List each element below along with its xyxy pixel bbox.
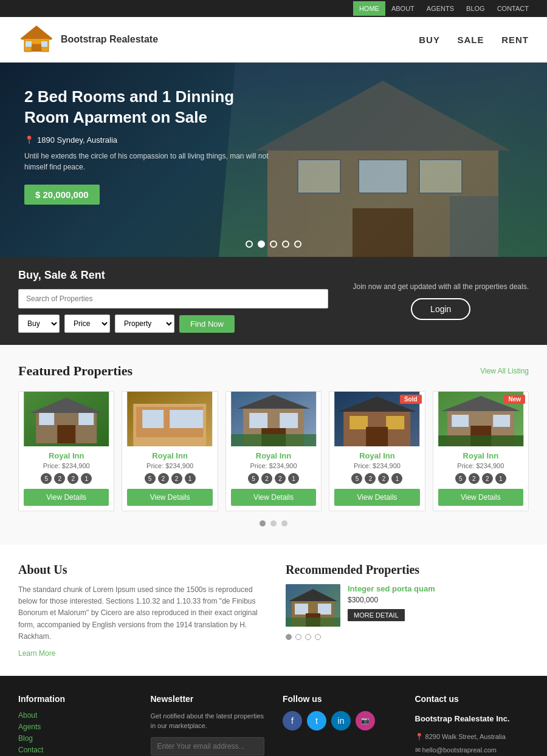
- find-now-button[interactable]: Find Now: [179, 315, 235, 333]
- logo-text: Bootstrap Realestate: [61, 34, 158, 45]
- footer-link-agents[interactable]: Agents: [18, 723, 132, 731]
- rec-dot-2[interactable]: [295, 634, 301, 640]
- property-info-3: Royal Inn Price: $234,900 5 2 2 1 View D…: [226, 446, 321, 511]
- svg-rect-49: [295, 604, 308, 615]
- view-details-btn-3[interactable]: View Details: [231, 489, 316, 506]
- search-left: Buy, Sale & Rent BuySellRent Price$100k$…: [18, 269, 328, 333]
- linkedin-icon[interactable]: in: [331, 711, 351, 730]
- top-nav: HOME ABOUT AGENTS BLOG CONTACT: [0, 0, 547, 17]
- footer-newsletter-title: Newsletter: [151, 694, 265, 704]
- learn-more-link[interactable]: Learn More: [18, 649, 55, 658]
- svg-rect-12: [450, 196, 498, 257]
- property-name-4: Royal Inn: [334, 451, 419, 460]
- footer-link-blog[interactable]: Blog: [18, 734, 132, 743]
- property-stats-1: 5 2 2 1: [24, 473, 109, 484]
- property-card-5: New Royal Inn Price: $234,900 5 2 2 1 Vi…: [433, 391, 529, 511]
- stat-3-3: 2: [275, 473, 286, 484]
- about-title: About Us: [18, 563, 261, 577]
- hero-dot-2[interactable]: [258, 240, 265, 248]
- svg-rect-14: [421, 161, 461, 192]
- featured-header: Featured Properties View All Listing: [18, 363, 529, 379]
- hero-content: 2 Bed Rooms and 1 Dinning Room Aparment …: [24, 87, 274, 205]
- property-img-3: [226, 392, 321, 446]
- property-select[interactable]: PropertyHouseApartment: [115, 315, 174, 333]
- price-select[interactable]: Price$100k$200k: [64, 315, 110, 333]
- twitter-icon[interactable]: t: [307, 711, 326, 730]
- rec-property-price: $300,000: [348, 596, 435, 604]
- nav-rent[interactable]: RENT: [501, 35, 529, 45]
- more-detail-button[interactable]: MORE DETAIL: [348, 609, 405, 621]
- property-info-2: Royal Inn Price: $234,900 5 2 2 1 View D…: [122, 446, 217, 511]
- svg-rect-19: [39, 413, 54, 425]
- stat-2-1: 5: [145, 473, 156, 484]
- property-card-1: Royal Inn Price: $234,900 5 2 2 1 View D…: [18, 391, 114, 511]
- stat-5-2: 2: [469, 473, 480, 484]
- view-details-btn-2[interactable]: View Details: [127, 489, 212, 506]
- hero-dot-1[interactable]: [246, 240, 253, 248]
- view-details-btn-5[interactable]: View Details: [438, 489, 523, 506]
- nav-buy[interactable]: BUY: [419, 35, 440, 45]
- stat-1-1: 5: [41, 473, 52, 484]
- featured-dot-3[interactable]: [281, 520, 287, 526]
- property-stats-3: 5 2 2 1: [231, 473, 316, 484]
- stat-4-3: 2: [378, 473, 389, 484]
- social-icons: f t in 📷: [283, 711, 397, 730]
- featured-section: Featured Properties View All Listing: [0, 345, 547, 545]
- hero-dot-3[interactable]: [270, 240, 277, 248]
- property-stats-5: 5 2 2 1: [438, 473, 523, 484]
- rec-dot-1[interactable]: [286, 634, 292, 640]
- stat-4-4: 1: [391, 473, 402, 484]
- svg-rect-37: [386, 416, 404, 429]
- facebook-icon[interactable]: f: [283, 711, 302, 730]
- footer-link-about[interactable]: About: [18, 711, 132, 720]
- svg-rect-43: [493, 415, 510, 427]
- stat-5-4: 1: [495, 473, 506, 484]
- search-section: Buy, Sale & Rent BuySellRent Price$100k$…: [0, 257, 547, 345]
- footer-follow-title: Follow us: [283, 694, 397, 704]
- newsletter-text: Get notified about the latest properties…: [151, 711, 265, 731]
- property-img-4: Sold: [329, 392, 424, 446]
- property-stats-4: 5 2 2 1: [334, 473, 419, 484]
- stat-3-4: 1: [288, 473, 299, 484]
- view-all-link[interactable]: View All Listing: [480, 367, 529, 375]
- hero-dot-4[interactable]: [282, 240, 289, 248]
- view-details-btn-1[interactable]: View Details: [24, 489, 109, 506]
- nav-home[interactable]: HOME: [353, 1, 385, 16]
- rec-property: Integer sed porta quam $300,000 MORE DET…: [286, 584, 529, 627]
- rec-dot-4[interactable]: [315, 634, 321, 640]
- rec-info: Integer sed porta quam $300,000 MORE DET…: [348, 584, 435, 621]
- stat-2-3: 2: [171, 473, 182, 484]
- search-filters: BuySellRent Price$100k$200k PropertyHous…: [18, 315, 328, 333]
- featured-dot-2[interactable]: [270, 520, 277, 526]
- stat-2-2: 2: [158, 473, 169, 484]
- nav-sale[interactable]: SALE: [458, 35, 484, 45]
- rec-property-img: [286, 584, 340, 627]
- nav-agents[interactable]: AGENTS: [421, 1, 460, 16]
- contact-company: Bootstrap Realestate Inc.: [415, 711, 529, 727]
- instagram-icon[interactable]: 📷: [356, 711, 375, 730]
- property-price-2: Price: $234,900: [127, 462, 212, 469]
- nav-blog[interactable]: BLOG: [460, 1, 491, 16]
- svg-rect-3: [26, 41, 32, 47]
- newsletter-input[interactable]: [151, 737, 265, 755]
- type-select[interactable]: BuySellRent: [18, 315, 60, 333]
- stat-1-2: 2: [54, 473, 65, 484]
- svg-marker-1: [20, 26, 53, 39]
- search-input[interactable]: [18, 289, 328, 308]
- hero-dot-5[interactable]: [294, 240, 301, 248]
- hero-description: Until he extends the circle of his compa…: [24, 151, 274, 172]
- nav-about[interactable]: ABOUT: [385, 1, 421, 16]
- nav-contact[interactable]: CONTACT: [491, 1, 535, 16]
- property-stats-2: 5 2 2 1: [127, 473, 212, 484]
- rec-property-name: Integer sed porta quam: [348, 584, 435, 593]
- view-details-btn-4[interactable]: View Details: [334, 489, 419, 506]
- rec-dot-3[interactable]: [305, 634, 311, 640]
- main-nav: BUY SALE RENT: [404, 35, 529, 45]
- svg-rect-13: [299, 161, 339, 192]
- login-button[interactable]: Login: [411, 298, 470, 320]
- featured-dot-1[interactable]: [260, 520, 266, 526]
- stat-1-4: 1: [81, 473, 92, 484]
- stat-5-3: 2: [482, 473, 493, 484]
- featured-title: Featured Properties: [18, 363, 132, 379]
- footer-link-contact[interactable]: Contact: [18, 746, 132, 754]
